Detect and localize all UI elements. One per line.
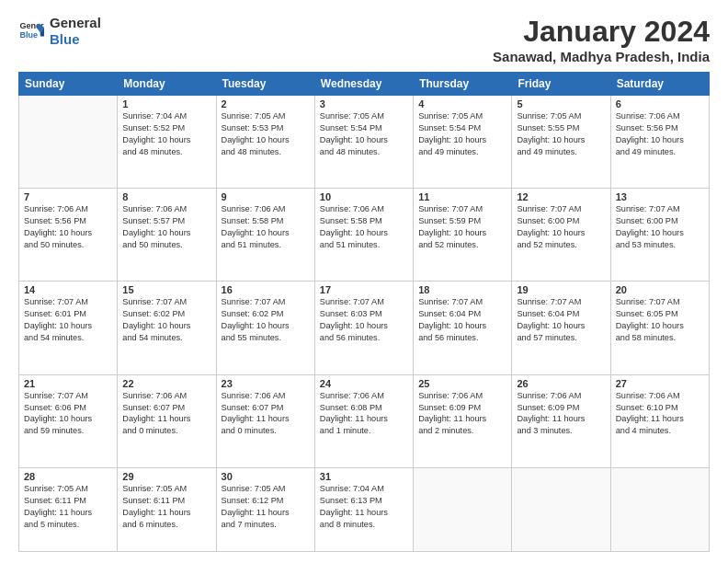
calendar-day-cell xyxy=(19,96,118,189)
header-wednesday: Wednesday xyxy=(314,73,413,96)
calendar-day-cell xyxy=(512,467,610,551)
header-sunday: Sunday xyxy=(19,73,118,96)
day-info: Sunrise: 7:06 AM Sunset: 5:56 PM Dayligh… xyxy=(24,203,112,251)
header-monday: Monday xyxy=(118,73,216,96)
calendar-day-cell: 26Sunrise: 7:06 AM Sunset: 6:09 PM Dayli… xyxy=(512,374,610,467)
day-number: 24 xyxy=(320,378,408,389)
day-info: Sunrise: 7:05 AM Sunset: 5:54 PM Dayligh… xyxy=(320,110,408,158)
calendar-day-cell: 24Sunrise: 7:06 AM Sunset: 6:08 PM Dayli… xyxy=(314,374,413,467)
day-info: Sunrise: 7:06 AM Sunset: 6:09 PM Dayligh… xyxy=(418,390,506,438)
day-info: Sunrise: 7:07 AM Sunset: 6:00 PM Dayligh… xyxy=(517,203,605,251)
day-number: 1 xyxy=(122,98,210,109)
calendar-day-cell: 1Sunrise: 7:04 AM Sunset: 5:52 PM Daylig… xyxy=(118,96,216,189)
day-number: 7 xyxy=(24,191,112,202)
day-info: Sunrise: 7:07 AM Sunset: 6:02 PM Dayligh… xyxy=(122,296,210,344)
calendar-day-cell xyxy=(414,467,512,551)
day-number: 10 xyxy=(320,191,408,202)
day-number: 29 xyxy=(122,471,210,482)
logo-line1: General xyxy=(50,15,101,31)
calendar-week-row: 28Sunrise: 7:05 AM Sunset: 6:11 PM Dayli… xyxy=(19,467,710,551)
day-number: 6 xyxy=(616,98,704,109)
day-info: Sunrise: 7:07 AM Sunset: 5:59 PM Dayligh… xyxy=(418,203,506,251)
day-number: 14 xyxy=(24,284,112,295)
calendar-day-cell: 28Sunrise: 7:05 AM Sunset: 6:11 PM Dayli… xyxy=(19,467,118,551)
calendar-header-row: Sunday Monday Tuesday Wednesday Thursday… xyxy=(19,73,710,96)
day-info: Sunrise: 7:06 AM Sunset: 6:08 PM Dayligh… xyxy=(320,390,408,438)
svg-text:Blue: Blue xyxy=(19,30,38,40)
day-number: 28 xyxy=(24,471,112,482)
day-info: Sunrise: 7:07 AM Sunset: 6:00 PM Dayligh… xyxy=(616,203,704,251)
day-info: Sunrise: 7:07 AM Sunset: 6:06 PM Dayligh… xyxy=(24,390,112,438)
day-number: 18 xyxy=(418,284,506,295)
day-info: Sunrise: 7:07 AM Sunset: 6:03 PM Dayligh… xyxy=(320,296,408,344)
calendar-day-cell xyxy=(610,467,709,551)
day-number: 30 xyxy=(222,471,310,482)
day-info: Sunrise: 7:06 AM Sunset: 5:58 PM Dayligh… xyxy=(222,203,310,251)
header-thursday: Thursday xyxy=(414,73,512,96)
calendar-week-row: 14Sunrise: 7:07 AM Sunset: 6:01 PM Dayli… xyxy=(19,282,710,374)
day-info: Sunrise: 7:06 AM Sunset: 6:07 PM Dayligh… xyxy=(122,390,210,438)
day-number: 12 xyxy=(517,191,605,202)
day-info: Sunrise: 7:06 AM Sunset: 6:09 PM Dayligh… xyxy=(517,390,605,438)
calendar-day-cell: 27Sunrise: 7:06 AM Sunset: 6:10 PM Dayli… xyxy=(610,374,709,467)
day-number: 5 xyxy=(517,98,605,109)
day-info: Sunrise: 7:06 AM Sunset: 6:10 PM Dayligh… xyxy=(616,390,704,438)
calendar-day-cell: 16Sunrise: 7:07 AM Sunset: 6:02 PM Dayli… xyxy=(216,282,314,374)
day-number: 16 xyxy=(222,284,310,295)
calendar-day-cell: 2Sunrise: 7:05 AM Sunset: 5:53 PM Daylig… xyxy=(216,96,314,189)
day-number: 2 xyxy=(222,98,310,109)
calendar-day-cell: 17Sunrise: 7:07 AM Sunset: 6:03 PM Dayli… xyxy=(314,282,413,374)
day-number: 4 xyxy=(418,98,506,109)
header-friday: Friday xyxy=(512,73,610,96)
day-number: 23 xyxy=(222,378,310,389)
day-info: Sunrise: 7:04 AM Sunset: 6:13 PM Dayligh… xyxy=(320,483,408,531)
logo: General Blue General Blue xyxy=(18,15,101,48)
calendar-day-cell: 20Sunrise: 7:07 AM Sunset: 6:05 PM Dayli… xyxy=(610,282,709,374)
day-number: 17 xyxy=(320,284,408,295)
calendar-day-cell: 13Sunrise: 7:07 AM Sunset: 6:00 PM Dayli… xyxy=(610,189,709,282)
calendar-day-cell: 30Sunrise: 7:05 AM Sunset: 6:12 PM Dayli… xyxy=(216,467,314,551)
day-number: 31 xyxy=(320,471,408,482)
logo-line2: Blue xyxy=(50,31,101,48)
calendar-week-row: 1Sunrise: 7:04 AM Sunset: 5:52 PM Daylig… xyxy=(19,96,710,189)
calendar-day-cell: 22Sunrise: 7:06 AM Sunset: 6:07 PM Dayli… xyxy=(118,374,216,467)
calendar-day-cell: 8Sunrise: 7:06 AM Sunset: 5:57 PM Daylig… xyxy=(118,189,216,282)
day-number: 20 xyxy=(616,284,704,295)
calendar-day-cell: 3Sunrise: 7:05 AM Sunset: 5:54 PM Daylig… xyxy=(314,96,413,189)
calendar-day-cell: 18Sunrise: 7:07 AM Sunset: 6:04 PM Dayli… xyxy=(414,282,512,374)
day-info: Sunrise: 7:07 AM Sunset: 6:04 PM Dayligh… xyxy=(517,296,605,344)
calendar-day-cell: 10Sunrise: 7:06 AM Sunset: 5:58 PM Dayli… xyxy=(314,189,413,282)
main-title: January 2024 xyxy=(493,15,710,49)
calendar-day-cell: 25Sunrise: 7:06 AM Sunset: 6:09 PM Dayli… xyxy=(414,374,512,467)
calendar-day-cell: 5Sunrise: 7:05 AM Sunset: 5:55 PM Daylig… xyxy=(512,96,610,189)
calendar-day-cell: 6Sunrise: 7:06 AM Sunset: 5:56 PM Daylig… xyxy=(610,96,709,189)
day-number: 11 xyxy=(418,191,506,202)
calendar-day-cell: 9Sunrise: 7:06 AM Sunset: 5:58 PM Daylig… xyxy=(216,189,314,282)
logo-icon: General Blue xyxy=(18,18,44,44)
sub-title: Sanawad, Madhya Pradesh, India xyxy=(493,49,710,64)
calendar-day-cell: 12Sunrise: 7:07 AM Sunset: 6:00 PM Dayli… xyxy=(512,189,610,282)
day-info: Sunrise: 7:06 AM Sunset: 6:07 PM Dayligh… xyxy=(222,390,310,438)
day-info: Sunrise: 7:05 AM Sunset: 6:11 PM Dayligh… xyxy=(24,483,112,531)
day-info: Sunrise: 7:05 AM Sunset: 6:12 PM Dayligh… xyxy=(222,483,310,531)
calendar-table: Sunday Monday Tuesday Wednesday Thursday… xyxy=(18,72,710,552)
day-number: 8 xyxy=(122,191,210,202)
title-block: January 2024 Sanawad, Madhya Pradesh, In… xyxy=(493,15,710,64)
calendar-day-cell: 21Sunrise: 7:07 AM Sunset: 6:06 PM Dayli… xyxy=(19,374,118,467)
day-number: 22 xyxy=(122,378,210,389)
day-number: 26 xyxy=(517,378,605,389)
day-number: 19 xyxy=(517,284,605,295)
calendar-day-cell: 31Sunrise: 7:04 AM Sunset: 6:13 PM Dayli… xyxy=(314,467,413,551)
header-saturday: Saturday xyxy=(610,73,709,96)
calendar-day-cell: 14Sunrise: 7:07 AM Sunset: 6:01 PM Dayli… xyxy=(19,282,118,374)
day-info: Sunrise: 7:05 AM Sunset: 6:11 PM Dayligh… xyxy=(122,483,210,531)
day-number: 3 xyxy=(320,98,408,109)
calendar-day-cell: 19Sunrise: 7:07 AM Sunset: 6:04 PM Dayli… xyxy=(512,282,610,374)
day-number: 15 xyxy=(122,284,210,295)
day-info: Sunrise: 7:05 AM Sunset: 5:53 PM Dayligh… xyxy=(222,110,310,158)
page: General Blue General Blue January 2024 S… xyxy=(0,0,728,563)
header-tuesday: Tuesday xyxy=(216,73,314,96)
day-info: Sunrise: 7:05 AM Sunset: 5:55 PM Dayligh… xyxy=(517,110,605,158)
day-info: Sunrise: 7:06 AM Sunset: 5:56 PM Dayligh… xyxy=(616,110,704,158)
day-info: Sunrise: 7:04 AM Sunset: 5:52 PM Dayligh… xyxy=(122,110,210,158)
